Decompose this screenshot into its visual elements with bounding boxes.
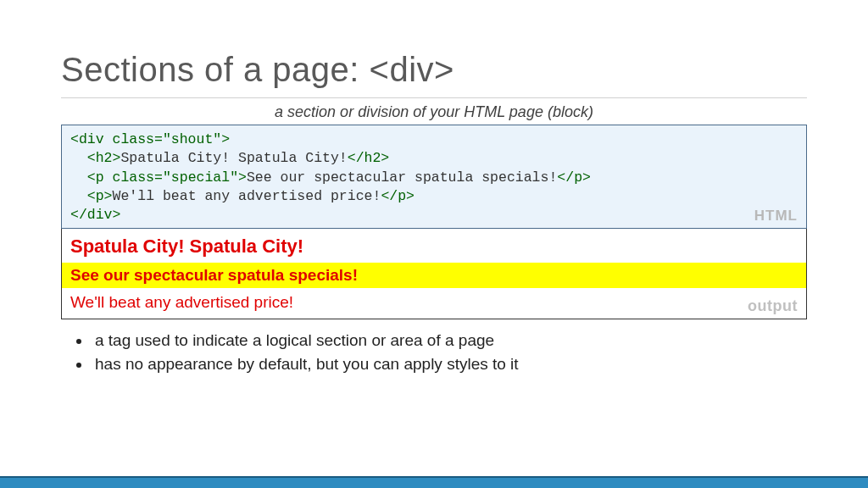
- code-line-2: <h2>Spatula City! Spatula City!</h2>: [70, 149, 798, 168]
- tag-p-open: <p>: [87, 188, 113, 204]
- output-heading: Spatula City! Spatula City!: [62, 229, 806, 263]
- bullet-item: a tag used to indicate a logical section…: [92, 331, 807, 350]
- bullet-list: a tag used to indicate a logical section…: [61, 331, 807, 374]
- bullet-item: has no appearance by default, but you ca…: [92, 355, 807, 374]
- slide: Sections of a page: <div> a section or d…: [0, 0, 868, 488]
- code-line-4: <p>We'll beat any advertised price!</p>: [70, 187, 798, 206]
- code-line-5: </div>: [70, 206, 798, 225]
- tag-p-special-open: <p class="special">: [87, 169, 247, 186]
- output-label: output: [748, 297, 798, 315]
- slide-subtitle: a section or division of your HTML page …: [61, 103, 807, 121]
- output-special: See our spectacular spatula specials!: [62, 263, 806, 288]
- code-text-h2: Spatula City! Spatula City!: [120, 150, 347, 166]
- output-block: Spatula City! Spatula City! See our spec…: [61, 229, 807, 319]
- tag-h2-open: <h2>: [87, 150, 121, 166]
- code-line-1: <div class="shout">: [70, 130, 798, 149]
- tag-div-open: <div class="shout">: [70, 131, 230, 147]
- title-rule: [61, 97, 807, 98]
- code-text-special: See our spectacular spatula specials!: [247, 169, 557, 186]
- tag-p-close: </p>: [381, 188, 415, 204]
- tag-p-special-close: </p>: [557, 169, 591, 186]
- output-paragraph: We'll beat any advertised price!: [62, 288, 806, 319]
- code-text-p: We'll beat any advertised price!: [113, 188, 381, 204]
- code-block: <div class="shout"> <h2>Spatula City! Sp…: [61, 125, 807, 229]
- tag-h2-close: </h2>: [348, 150, 390, 166]
- footer-accent-bar: [0, 476, 868, 488]
- slide-title: Sections of a page: <div>: [61, 51, 807, 89]
- tag-div-close: </div>: [70, 207, 120, 223]
- code-line-3: <p class="special">See our spectacular s…: [70, 169, 798, 187]
- code-language-label: HTML: [754, 207, 798, 226]
